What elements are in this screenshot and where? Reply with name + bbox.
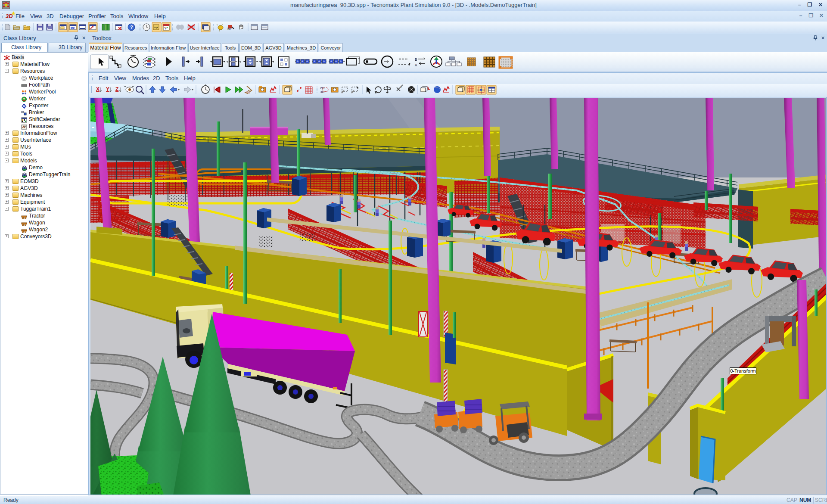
svg-text:B: B (415, 58, 417, 62)
svg-text:Y: Y (106, 86, 109, 92)
svg-text:2D: 2D (320, 86, 324, 90)
svg-text:3D: 3D (320, 90, 324, 94)
svg-text:M: M (227, 27, 231, 31)
svg-text:Z: Z (115, 86, 118, 92)
svg-text:X: X (96, 86, 99, 92)
svg-text:A: A (415, 63, 417, 68)
svg-text:3D: 3D (71, 27, 75, 30)
svg-text:z: z (400, 85, 402, 88)
svg-text:?: ? (130, 25, 133, 30)
